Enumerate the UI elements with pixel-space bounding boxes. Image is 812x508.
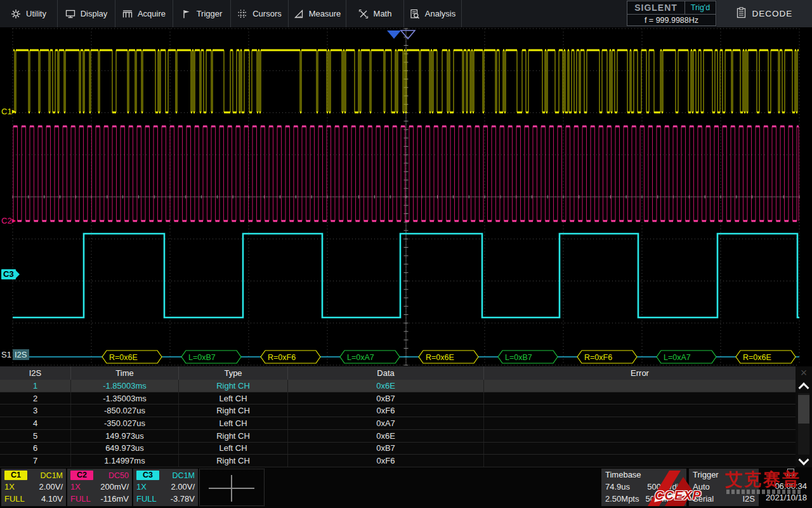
- timebase-descriptor[interactable]: Timebase 74.9us500us/div 2.50Mpts500MSa/…: [601, 469, 686, 506]
- trigger-status-panel: SIGLENT Trig'd f = 999.9988Hz: [627, 1, 716, 26]
- table-cell: Left CH: [179, 392, 288, 404]
- menu-item-utility[interactable]: Utility: [0, 0, 58, 27]
- chevron-up-icon: [799, 382, 809, 393]
- channel-descriptor-c1[interactable]: C1DC1M1X2.00V/FULL4.10V: [1, 469, 66, 506]
- table-row[interactable]: 71.14997msRight CH0xF6: [0, 455, 796, 467]
- table-cell: 7: [0, 455, 71, 467]
- table-cell: -350.027us: [71, 417, 179, 429]
- bus-frame-label: L=0xA7: [347, 353, 374, 362]
- trigger-type: Serial: [693, 494, 714, 504]
- table-cell: 0xB7: [288, 392, 484, 404]
- table-cell: Right CH: [179, 380, 288, 392]
- scroll-up-button[interactable]: [800, 380, 808, 392]
- flag-icon: [181, 9, 192, 19]
- menu-item-acquire[interactable]: Acquire: [115, 0, 173, 27]
- close-icon[interactable]: ×: [801, 366, 808, 380]
- decode-table-header: I2STimeTypeDataError: [0, 366, 796, 380]
- table-cell: [484, 430, 796, 442]
- bus-type-chip[interactable]: I2S: [13, 349, 29, 360]
- timebase-title: Timebase: [605, 470, 683, 481]
- table-cell: Right CH: [179, 430, 288, 442]
- channel-descriptor-c2[interactable]: C2DC501X200mV/FULL-116mV: [67, 469, 132, 506]
- table-cell: Left CH: [179, 443, 288, 455]
- menu-item-math[interactable]: Math: [346, 0, 404, 27]
- waveform-canvas: R=0x6EL=0xB7R=0xF6L=0xA7R=0x6EL=0xB7R=0x…: [0, 27, 812, 366]
- table-cell: [484, 455, 796, 467]
- menu-item-trigger[interactable]: Trigger: [173, 0, 231, 27]
- menu-item-label: Trigger: [197, 9, 223, 18]
- system-time: 06:00:34: [775, 481, 807, 491]
- bus-frame-label: L=0xB7: [505, 353, 532, 362]
- table-row[interactable]: 4-350.027usLeft CH0xA7: [0, 417, 796, 430]
- channel-bandwidth: FULL: [70, 494, 91, 504]
- table-cell: -1.35003ms: [71, 392, 179, 404]
- channel-badge: C3: [136, 471, 159, 480]
- bus-frame-label: R=0xF6: [268, 353, 296, 362]
- table-row[interactable]: 1-1.85003msRight CH0x6E: [0, 380, 796, 392]
- table-cell: Right CH: [179, 404, 288, 417]
- table-cell: 4: [0, 417, 71, 429]
- status-bar: C1DC1M1X2.00V/FULL4.10VC2DC501X200mV/FUL…: [0, 467, 812, 508]
- menu-item-display[interactable]: Display: [58, 0, 115, 27]
- table-row[interactable]: 6649.973usLeft CH0xB7: [0, 443, 796, 455]
- siglent-logo: SIGLENT: [627, 1, 684, 14]
- channel-scale: 2.00V/: [39, 482, 63, 491]
- table-row[interactable]: 5149.973usRight CH0x6E: [0, 430, 796, 443]
- channel-coupling: DC1M: [41, 471, 63, 480]
- menu-bar: UtilityDisplayAcquireTriggerCursorsMeasu…: [0, 0, 812, 27]
- menu-item-measure[interactable]: Measure: [289, 0, 346, 27]
- menu-item-label: Analysis: [425, 9, 455, 18]
- menu-item-label: Display: [81, 9, 108, 18]
- clock-area: 06:00:34 2021/10/18: [738, 467, 808, 508]
- column-header-type: Type: [179, 366, 288, 380]
- channel-label-c3[interactable]: C3: [1, 269, 16, 279]
- empty-descriptor-box[interactable]: [199, 469, 265, 506]
- channel-bandwidth: FULL: [4, 494, 25, 504]
- table-cell: 0x6E: [288, 430, 484, 442]
- channel-bandwidth: FULL: [136, 494, 157, 504]
- decode-table-body: 1-1.85003msRight CH0x6E2-1.35003msLeft C…: [0, 380, 796, 467]
- screenshot-icon: [787, 469, 794, 476]
- waveform-display[interactable]: R=0x6EL=0xB7R=0xF6L=0xA7R=0x6EL=0xB7R=0x…: [0, 27, 812, 366]
- timebase-memory: 2.50Mpts: [605, 494, 639, 504]
- tab-decode[interactable]: DECODE: [717, 0, 812, 27]
- menu-item-cursors[interactable]: Cursors: [231, 0, 289, 27]
- menu-item-label: Utility: [26, 9, 46, 18]
- channel-descriptor-c3[interactable]: C3DC1M1X2.00V/FULL-3.78V: [133, 469, 198, 506]
- analysis-icon: [410, 9, 420, 19]
- menu-item-analysis[interactable]: Analysis: [404, 0, 462, 27]
- chevron-down-icon: [799, 455, 809, 465]
- table-cell: 1.14997ms: [71, 455, 179, 467]
- channel-label-c1[interactable]: C1▶: [1, 107, 16, 117]
- scroll-down-button[interactable]: [800, 456, 808, 467]
- timebase-scale: 500us/div: [647, 482, 683, 491]
- bus-label-s1[interactable]: S1: [1, 350, 11, 360]
- table-cell: 2: [0, 392, 71, 404]
- trigger-frequency: f = 999.9988Hz: [627, 15, 716, 27]
- channel-offset: -116mV: [100, 494, 129, 504]
- channel-label-c2[interactable]: C2▶: [1, 216, 16, 226]
- table-row[interactable]: 2-1.35003msLeft CH0xB7: [0, 392, 796, 405]
- bus-frame-label: L=0xB7: [188, 353, 216, 362]
- scrollbar-track[interactable]: [798, 393, 809, 455]
- menu-item-label: Acquire: [138, 9, 166, 18]
- scrollbar-thumb[interactable]: [798, 395, 809, 424]
- table-cell: 0xF6: [288, 455, 484, 467]
- channel-offset: -3.78V: [171, 494, 195, 504]
- channel-probe: 1X: [70, 482, 81, 491]
- decode-table: I2STimeTypeDataError 1-1.85003msRight CH…: [0, 366, 812, 467]
- channel-badge: C2: [70, 471, 93, 480]
- trigger-status: Trig'd: [684, 1, 716, 14]
- display-icon: [65, 9, 75, 19]
- math-icon: [358, 9, 369, 19]
- table-cell: 0xB7: [288, 443, 484, 455]
- timebase-delay: 74.9us: [605, 482, 630, 491]
- bus-frame-label: R=0x6E: [426, 353, 454, 362]
- menu-item-label: Cursors: [252, 9, 282, 18]
- column-header-time: Time: [71, 366, 179, 380]
- table-row[interactable]: 3-850.027usRight CH0xF6: [0, 404, 796, 417]
- table-cell: -850.027us: [71, 404, 179, 417]
- table-cell: [484, 417, 796, 429]
- table-cell: Right CH: [179, 455, 288, 467]
- table-cell: 6: [0, 443, 71, 455]
